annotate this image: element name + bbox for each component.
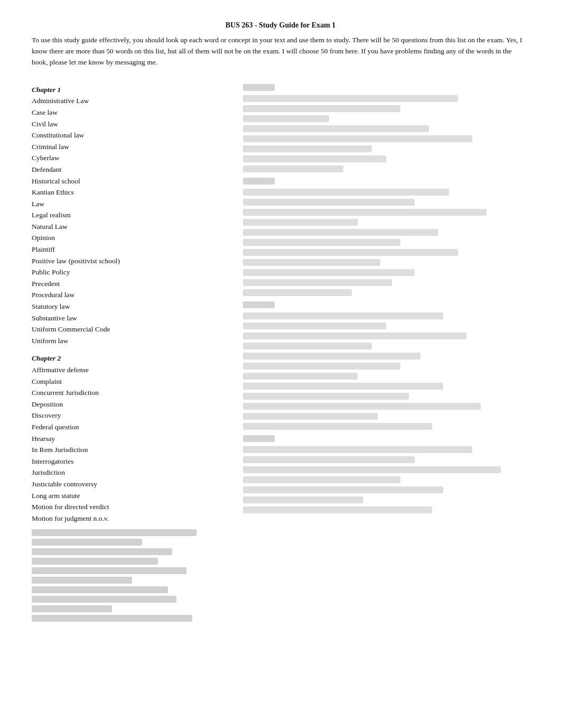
term-jurisdiction: Jurisdiction xyxy=(32,467,232,478)
term-criminal-law: Criminal law xyxy=(32,141,232,153)
chapter2-heading: Chapter 2 xyxy=(32,354,61,362)
term-legal-realism: Legal realism xyxy=(32,209,232,221)
term-substantive-law: Substantive law xyxy=(32,312,232,324)
right-section-3 xyxy=(243,301,529,430)
right-section-2 xyxy=(243,178,529,296)
right-section-4 xyxy=(243,435,529,513)
term-procedural-law: Procedural law xyxy=(32,289,232,301)
term-constitutional-law: Constitutional law xyxy=(32,130,232,141)
page-title: BUS 263 - Study Guide for Exam 1 xyxy=(32,21,529,30)
term-cyberlaw: Cyberlaw xyxy=(32,152,232,164)
term-interrogatories: Interrogatories xyxy=(32,456,232,467)
term-discovery: Discovery xyxy=(32,410,232,421)
term-hearsay: Hearsay xyxy=(32,433,232,445)
term-federal-question: Federal question xyxy=(32,421,232,433)
term-defendant: Defendant xyxy=(32,164,232,176)
term-precedent: Precedent xyxy=(32,278,232,290)
term-in-rem-jurisdiction: In Rem Jurisdiction xyxy=(32,444,232,456)
term-deposition: Deposition xyxy=(32,399,232,410)
right-section-1 xyxy=(243,84,529,172)
page-container: BUS 263 - Study Guide for Exam 1 To use … xyxy=(32,21,529,624)
term-complaint: Complaint xyxy=(32,376,232,388)
term-motion-directed-verdict: Motion for directed verdict xyxy=(32,501,232,513)
term-statutory-law: Statutory law xyxy=(32,301,232,312)
term-affirmative-defense: Affirmative defense xyxy=(32,364,232,376)
term-natural-law: Natural Law xyxy=(32,221,232,233)
term-concurrent-jurisdiction: Concurrent Jurisdiction xyxy=(32,387,232,399)
term-long-arm-statute: Long arm statute xyxy=(32,490,232,502)
term-opinion: Opinion xyxy=(32,232,232,244)
bottom-blurred-left xyxy=(32,529,232,622)
term-uniform-law: Uniform law xyxy=(32,335,232,347)
term-justiciable-controversy: Justiciable controversy xyxy=(32,478,232,490)
term-positive-law: Positive law (positivist school) xyxy=(32,255,232,267)
term-civil-law: Civil law xyxy=(32,118,232,130)
term-motion-judgment-nov: Motion for judgment n.o.v. xyxy=(32,513,232,524)
left-column: Chapter 1 Administrative Law Case law Ci… xyxy=(32,84,232,625)
term-case-law: Case law xyxy=(32,107,232,118)
right-column xyxy=(243,84,529,625)
term-uniform-commercial-code: Uniform Commercial Code xyxy=(32,324,232,335)
term-administrative-law: Administrative Law xyxy=(32,95,232,107)
chapter1-heading: Chapter 1 xyxy=(32,86,61,94)
intro-paragraph: To use this study guide effectively, you… xyxy=(32,35,529,68)
term-public-policy: Public Policy xyxy=(32,266,232,278)
term-historical-school: Historical school xyxy=(32,176,232,187)
term-plaintiff: Plaintiff xyxy=(32,244,232,255)
content-area: Chapter 1 Administrative Law Case law Ci… xyxy=(32,84,529,625)
term-kantian-ethics: Kantian Ethics xyxy=(32,187,232,198)
term-law: Law xyxy=(32,198,232,210)
